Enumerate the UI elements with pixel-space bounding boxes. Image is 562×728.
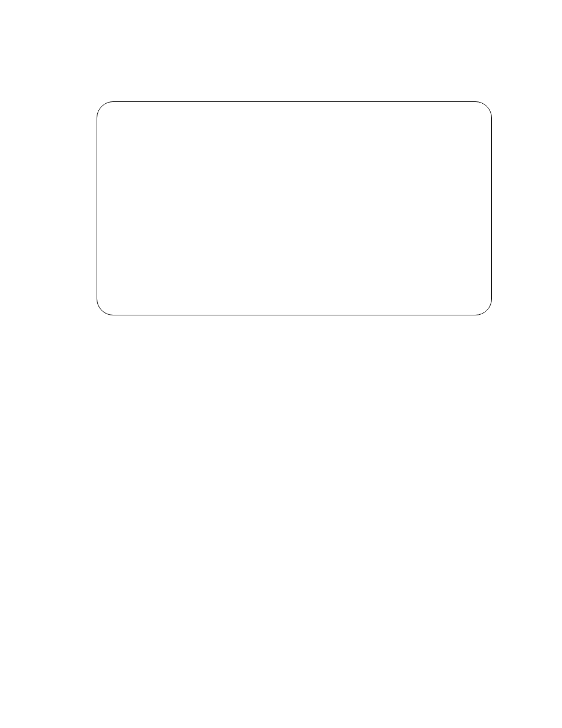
rounded-rectangle-box <box>97 101 492 315</box>
